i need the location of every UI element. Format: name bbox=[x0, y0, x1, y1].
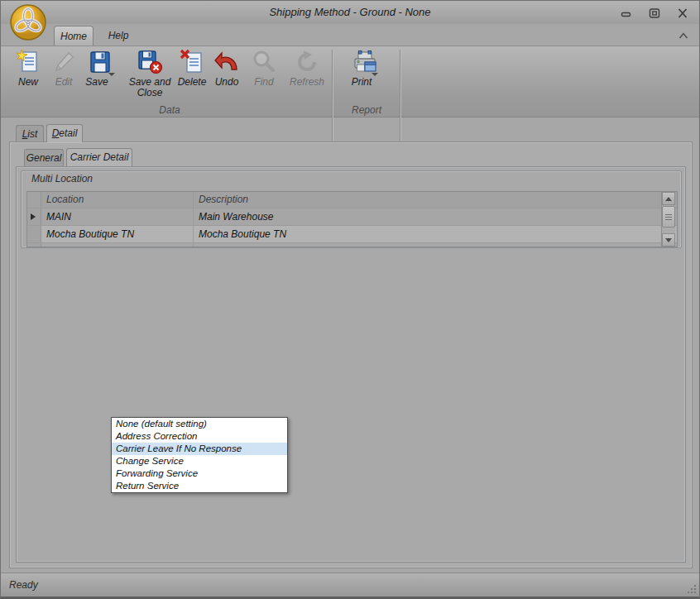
status-text: Ready bbox=[9, 579, 38, 591]
ribbon-tab-home[interactable]: Home bbox=[54, 26, 93, 46]
refresh-button: Refresh bbox=[284, 49, 330, 88]
print-button[interactable]: Print bbox=[342, 49, 388, 88]
minimize-icon bbox=[621, 8, 632, 18]
find-icon bbox=[251, 49, 277, 75]
resize-grip[interactable] bbox=[686, 583, 696, 593]
ribbon-tab-help[interactable]: Help bbox=[98, 26, 138, 46]
tab-list-label: List bbox=[22, 128, 38, 140]
save-button-label: Save bbox=[85, 76, 108, 88]
close-icon bbox=[677, 8, 688, 18]
tab-general-label: General bbox=[26, 152, 62, 164]
tab-carrier-detail-label: Carrier Detail bbox=[70, 151, 129, 163]
row-indicator bbox=[27, 243, 41, 247]
cell-location[interactable]: Mocha Boutique TN bbox=[41, 226, 194, 242]
ribbon-tab-strip: Home Help bbox=[1, 24, 699, 46]
multi-location-grid: Location Description MAIN Main Warehouse… bbox=[26, 191, 678, 247]
undo-button-label: Undo bbox=[215, 76, 239, 88]
pencil-icon bbox=[50, 49, 77, 75]
edit-button: Edit bbox=[46, 49, 81, 88]
multi-location-groupbox: Multi Location Location Description MAIN… bbox=[21, 170, 682, 248]
cell-description[interactable]: Manhattan NY bbox=[194, 243, 677, 247]
title-bar: Shipping Method - Ground - None bbox=[1, 1, 699, 24]
refresh-icon bbox=[294, 49, 320, 75]
row-indicator bbox=[27, 226, 41, 242]
print-dropdown-icon[interactable] bbox=[372, 73, 378, 88]
ribbon-tab-help-label: Help bbox=[108, 30, 129, 41]
collapse-ribbon-icon[interactable] bbox=[678, 31, 689, 41]
smart-post-options-dropdown-list: None (default setting) Address Correctio… bbox=[111, 417, 288, 493]
dropdown-option[interactable]: Forwarding Service bbox=[112, 467, 287, 480]
scroll-up-icon bbox=[665, 197, 672, 201]
app-window: Shipping Method - Ground - None Home Hel… bbox=[0, 0, 700, 599]
cell-location[interactable]: Manhattan NY bbox=[41, 243, 194, 247]
print-button-label: Print bbox=[352, 76, 372, 88]
table-row[interactable]: Mocha Boutique TN Mocha Boutique TN bbox=[27, 226, 677, 243]
tab-list[interactable]: List bbox=[16, 125, 44, 142]
tab-detail[interactable]: Detail bbox=[46, 124, 83, 142]
new-document-icon bbox=[15, 49, 41, 75]
window-controls bbox=[620, 7, 689, 18]
ribbon-group-separator-2 bbox=[400, 50, 400, 149]
status-bar: Ready bbox=[1, 573, 699, 597]
ribbon-group-data-label: Data bbox=[7, 104, 332, 116]
find-button-label: Find bbox=[254, 76, 273, 88]
cell-description[interactable]: Mocha Boutique TN bbox=[194, 226, 677, 242]
active-row-arrow-icon bbox=[31, 213, 36, 220]
undo-button[interactable]: Undo bbox=[209, 49, 244, 88]
refresh-button-label: Refresh bbox=[290, 76, 324, 88]
dropdown-option[interactable]: Return Service bbox=[112, 480, 287, 492]
save-button[interactable]: Save bbox=[83, 49, 117, 88]
window-title: Shipping Method - Ground - None bbox=[1, 6, 699, 18]
delete-button[interactable]: Delete bbox=[175, 49, 209, 88]
restore-icon bbox=[649, 8, 660, 18]
cell-location[interactable]: MAIN bbox=[41, 208, 194, 225]
new-button-label: New bbox=[18, 76, 38, 88]
save-icon bbox=[87, 49, 113, 75]
scroll-down-icon bbox=[665, 238, 672, 242]
minimize-button[interactable] bbox=[620, 7, 633, 18]
dropdown-option[interactable]: Change Service bbox=[112, 455, 287, 467]
ribbon-tab-home-label: Home bbox=[60, 31, 87, 42]
ribbon-toolbar: New Edit Save bbox=[1, 46, 699, 117]
new-button[interactable]: New bbox=[11, 49, 46, 88]
close-button[interactable] bbox=[676, 7, 689, 18]
scroll-down-button[interactable] bbox=[662, 233, 675, 247]
print-icon bbox=[352, 49, 378, 75]
tab-detail-label: Detail bbox=[52, 127, 78, 139]
grid-indicator-header bbox=[27, 192, 41, 208]
row-indicator bbox=[27, 208, 41, 225]
tab-general[interactable]: General bbox=[24, 149, 64, 166]
dropdown-option[interactable]: None (default setting) bbox=[112, 418, 287, 430]
cell-description[interactable]: Main Warehouse bbox=[194, 208, 677, 225]
delete-icon bbox=[179, 49, 205, 75]
scroll-up-button[interactable] bbox=[662, 192, 675, 205]
column-header-location[interactable]: Location bbox=[41, 192, 194, 208]
ribbon-group-report-label: Report bbox=[333, 104, 400, 116]
dropdown-option[interactable]: Address Correction bbox=[112, 430, 287, 443]
scroll-thumb[interactable] bbox=[662, 206, 675, 228]
save-and-close-button-label: Save and Close bbox=[129, 76, 171, 98]
delete-button-label: Delete bbox=[178, 76, 207, 88]
undo-icon bbox=[213, 49, 240, 75]
restore-button[interactable] bbox=[648, 7, 661, 18]
app-logo-icon bbox=[9, 3, 47, 41]
multi-location-header-row: Location Description bbox=[27, 192, 677, 208]
ribbon-group-separator bbox=[332, 50, 333, 149]
save-and-close-button[interactable]: Save and Close bbox=[123, 49, 176, 98]
table-row[interactable]: Manhattan NY Manhattan NY bbox=[27, 243, 677, 247]
save-close-icon bbox=[137, 49, 163, 75]
table-row[interactable]: MAIN Main Warehouse bbox=[27, 208, 677, 226]
column-header-description[interactable]: Description bbox=[194, 192, 677, 208]
edit-button-label: Edit bbox=[55, 76, 73, 88]
save-dropdown-icon[interactable] bbox=[108, 73, 115, 88]
find-button: Find bbox=[246, 49, 282, 88]
dropdown-option-selected[interactable]: Carrier Leave If No Response bbox=[112, 443, 287, 455]
grid-vertical-scrollbar[interactable] bbox=[661, 192, 675, 247]
multi-location-caption: Multi Location bbox=[31, 173, 93, 184]
tab-carrier-detail[interactable]: Carrier Detail bbox=[66, 148, 132, 166]
